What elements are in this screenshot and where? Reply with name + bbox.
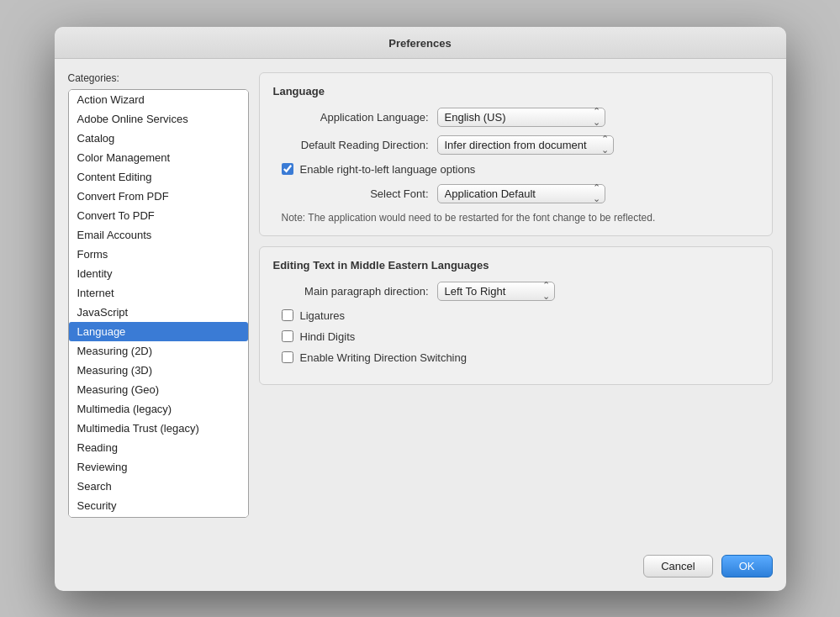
main-content: Language Application Language: English (…: [259, 72, 773, 533]
select-font-select-wrapper: Application DefaultArialHelveticaTimes N…: [437, 184, 605, 203]
app-language-label: Application Language:: [273, 111, 437, 124]
sidebar-item-measuring-3d[interactable]: Measuring (3D): [69, 361, 248, 380]
button-row: Cancel OK: [55, 546, 786, 591]
reading-direction-row: Default Reading Direction: Infer directi…: [273, 135, 758, 155]
cancel-button[interactable]: Cancel: [643, 555, 712, 577]
sidebar-item-convert-to-pdf[interactable]: Convert To PDF: [69, 206, 248, 225]
sidebar-item-javascript[interactable]: JavaScript: [69, 303, 248, 322]
sidebar-item-reviewing[interactable]: Reviewing: [69, 457, 248, 477]
sidebar-item-adobe-online-services[interactable]: Adobe Online Services: [69, 109, 248, 129]
categories-label: Categories:: [68, 72, 249, 84]
sidebar-item-multimedia-trust-legacy[interactable]: Multimedia Trust (legacy): [69, 419, 248, 438]
app-language-row: Application Language: English (US)French…: [273, 108, 758, 127]
sidebar: Categories: Action WizardAdobe Online Se…: [68, 72, 249, 533]
sidebar-item-catalog[interactable]: Catalog: [69, 129, 248, 148]
sidebar-item-email-accounts[interactable]: Email Accounts: [69, 225, 248, 245]
select-font-label: Select Font:: [273, 187, 437, 200]
enable-rtl-label[interactable]: Enable right-to-left language options: [300, 163, 476, 176]
sidebar-item-identity[interactable]: Identity: [69, 264, 248, 283]
writing-direction-checkbox[interactable]: [282, 351, 293, 363]
hindi-digits-label[interactable]: Hindi Digits: [300, 330, 356, 343]
ligatures-checkbox[interactable]: [282, 309, 293, 321]
select-font-row: Select Font: Application DefaultArialHel…: [273, 184, 758, 203]
reading-direction-select[interactable]: Infer direction from documentLeft To Rig…: [437, 135, 614, 155]
writing-direction-row: Enable Writing Direction Switching: [273, 351, 758, 364]
sidebar-item-multimedia-legacy[interactable]: Multimedia (legacy): [69, 399, 248, 419]
title-bar: Preferences: [55, 27, 786, 59]
writing-direction-label[interactable]: Enable Writing Direction Switching: [300, 351, 467, 364]
paragraph-direction-label: Main paragraph direction:: [273, 285, 437, 298]
middle-eastern-section: Editing Text in Middle Eastern Languages…: [259, 246, 773, 385]
sidebar-item-internet[interactable]: Internet: [69, 283, 248, 303]
sidebar-item-measuring-geo[interactable]: Measuring (Geo): [69, 380, 248, 399]
reading-direction-select-wrapper: Infer direction from documentLeft To Rig…: [437, 135, 614, 155]
sidebar-item-reading[interactable]: Reading: [69, 438, 248, 457]
ligatures-row: Ligatures: [273, 309, 758, 322]
app-language-select-wrapper: English (US)FrenchGermanSpanishJapaneseC…: [437, 108, 605, 127]
language-section: Language Application Language: English (…: [259, 72, 773, 236]
font-note: Note: The application would need to be r…: [273, 212, 758, 224]
sidebar-item-security-enhanced[interactable]: Security (Enhanced): [69, 515, 248, 518]
paragraph-direction-row: Main paragraph direction: Left To RightR…: [273, 282, 758, 301]
sidebar-item-color-management[interactable]: Color Management: [69, 148, 248, 167]
paragraph-direction-select-wrapper: Left To RightRight To Left ⌃⌄: [437, 282, 555, 301]
sidebar-item-action-wizard[interactable]: Action Wizard: [69, 90, 248, 109]
reading-direction-label: Default Reading Direction:: [273, 139, 437, 151]
window-title: Preferences: [388, 37, 451, 50]
app-language-select[interactable]: English (US)FrenchGermanSpanishJapaneseC…: [437, 108, 605, 127]
category-list[interactable]: Action WizardAdobe Online ServicesCatalo…: [68, 89, 249, 518]
sidebar-item-measuring-2d[interactable]: Measuring (2D): [69, 341, 248, 361]
middle-eastern-section-title: Editing Text in Middle Eastern Languages: [273, 259, 758, 272]
enable-rtl-checkbox[interactable]: [282, 163, 293, 175]
hindi-digits-checkbox[interactable]: [282, 330, 293, 342]
hindi-digits-row: Hindi Digits: [273, 330, 758, 343]
sidebar-item-language[interactable]: Language: [69, 322, 248, 341]
sidebar-item-convert-from-pdf[interactable]: Convert From PDF: [69, 187, 248, 206]
sidebar-item-search[interactable]: Search: [69, 477, 248, 496]
sidebar-item-security[interactable]: Security: [69, 496, 248, 515]
ligatures-label[interactable]: Ligatures: [300, 309, 345, 322]
language-section-title: Language: [273, 85, 758, 98]
enable-rtl-row: Enable right-to-left language options: [273, 163, 758, 176]
sidebar-item-forms[interactable]: Forms: [69, 245, 248, 264]
select-font-select[interactable]: Application DefaultArialHelveticaTimes N…: [437, 184, 605, 203]
preferences-window: Preferences Categories: Action WizardAdo…: [55, 27, 786, 591]
paragraph-direction-select[interactable]: Left To RightRight To Left: [437, 282, 555, 301]
ok-button[interactable]: OK: [721, 555, 773, 577]
sidebar-item-content-editing[interactable]: Content Editing: [69, 167, 248, 187]
window-body: Categories: Action WizardAdobe Online Se…: [55, 59, 786, 546]
